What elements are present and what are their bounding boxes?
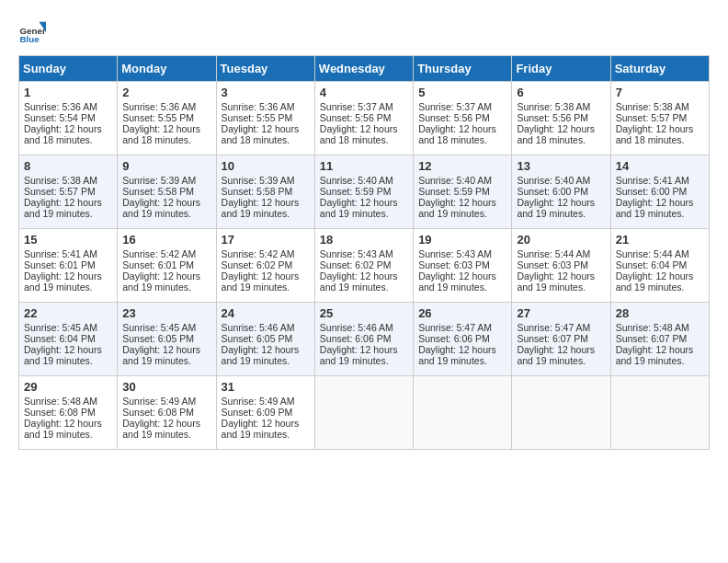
calendar-cell: 19 Sunrise: 5:43 AM Sunset: 6:03 PM Dayl… xyxy=(414,229,512,303)
daylight-label: Daylight: 12 hours and 19 minutes. xyxy=(616,270,694,293)
day-number: 23 xyxy=(122,306,210,320)
sunset-label: Sunset: 5:59 PM xyxy=(320,186,392,197)
sunset-label: Sunset: 6:07 PM xyxy=(517,333,588,344)
day-number: 1 xyxy=(24,86,112,99)
calendar-cell xyxy=(512,376,610,450)
calendar-cell: 21 Sunrise: 5:44 AM Sunset: 6:04 PM Dayl… xyxy=(610,229,709,303)
daylight-label: Daylight: 12 hours and 19 minutes. xyxy=(24,197,102,219)
sunrise-label: Sunrise: 5:36 AM xyxy=(24,101,97,112)
day-number: 15 xyxy=(24,233,112,247)
sunset-label: Sunset: 5:58 PM xyxy=(122,186,194,197)
sunrise-label: Sunrise: 5:46 AM xyxy=(320,322,393,333)
sunset-label: Sunset: 6:03 PM xyxy=(418,259,490,270)
sunset-label: Sunset: 6:05 PM xyxy=(122,333,194,344)
calendar-cell xyxy=(610,376,709,450)
calendar-cell: 14 Sunrise: 5:41 AM Sunset: 6:00 PM Dayl… xyxy=(610,155,709,229)
calendar-cell: 18 Sunrise: 5:43 AM Sunset: 6:02 PM Dayl… xyxy=(314,229,413,303)
calendar-cell: 6 Sunrise: 5:38 AM Sunset: 5:56 PM Dayli… xyxy=(512,82,610,155)
sunset-label: Sunset: 6:09 PM xyxy=(222,407,293,418)
day-number: 30 xyxy=(122,380,210,394)
daylight-label: Daylight: 12 hours and 19 minutes. xyxy=(517,270,595,293)
daylight-label: Daylight: 12 hours and 19 minutes. xyxy=(418,344,496,366)
sunset-label: Sunset: 6:05 PM xyxy=(222,333,293,344)
calendar-cell: 15 Sunrise: 5:41 AM Sunset: 6:01 PM Dayl… xyxy=(19,229,118,303)
sunset-label: Sunset: 5:56 PM xyxy=(320,112,392,123)
day-number: 6 xyxy=(517,86,605,99)
calendar-cell: 26 Sunrise: 5:47 AM Sunset: 6:06 PM Dayl… xyxy=(414,303,512,376)
sunrise-label: Sunrise: 5:43 AM xyxy=(418,248,492,259)
sunrise-label: Sunrise: 5:37 AM xyxy=(418,101,492,112)
day-number: 27 xyxy=(517,306,605,320)
sunrise-label: Sunrise: 5:40 AM xyxy=(320,175,393,186)
daylight-label: Daylight: 12 hours and 19 minutes. xyxy=(222,197,300,219)
sunset-label: Sunset: 6:02 PM xyxy=(222,259,293,270)
day-number: 21 xyxy=(616,233,704,247)
day-number: 3 xyxy=(222,86,310,99)
sunset-label: Sunset: 6:06 PM xyxy=(418,333,490,344)
daylight-label: Daylight: 12 hours and 19 minutes. xyxy=(24,270,102,293)
day-of-week-header: Sunday xyxy=(19,56,118,82)
daylight-label: Daylight: 12 hours and 19 minutes. xyxy=(418,197,496,219)
day-number: 22 xyxy=(24,306,112,320)
sunset-label: Sunset: 5:58 PM xyxy=(222,186,293,197)
daylight-label: Daylight: 12 hours and 19 minutes. xyxy=(222,344,300,366)
daylight-label: Daylight: 12 hours and 19 minutes. xyxy=(122,197,200,219)
day-number: 11 xyxy=(320,159,408,173)
daylight-label: Daylight: 12 hours and 18 minutes. xyxy=(320,123,398,145)
day-number: 5 xyxy=(418,86,506,99)
sunset-label: Sunset: 5:57 PM xyxy=(24,186,96,197)
daylight-label: Daylight: 12 hours and 18 minutes. xyxy=(418,123,496,145)
sunrise-label: Sunrise: 5:39 AM xyxy=(222,175,295,186)
calendar-cell: 4 Sunrise: 5:37 AM Sunset: 5:56 PM Dayli… xyxy=(314,82,413,155)
calendar-cell: 1 Sunrise: 5:36 AM Sunset: 5:54 PM Dayli… xyxy=(19,82,118,155)
sunrise-label: Sunrise: 5:45 AM xyxy=(24,322,97,333)
daylight-label: Daylight: 12 hours and 19 minutes. xyxy=(122,418,200,440)
sunrise-label: Sunrise: 5:48 AM xyxy=(24,396,97,407)
calendar-cell: 11 Sunrise: 5:40 AM Sunset: 5:59 PM Dayl… xyxy=(314,155,413,229)
calendar-table: SundayMondayTuesdayWednesdayThursdayFrid… xyxy=(18,55,710,450)
day-number: 20 xyxy=(517,233,605,247)
sunset-label: Sunset: 6:06 PM xyxy=(320,333,392,344)
sunrise-label: Sunrise: 5:42 AM xyxy=(222,248,295,259)
calendar-cell: 13 Sunrise: 5:40 AM Sunset: 6:00 PM Dayl… xyxy=(512,155,610,229)
sunrise-label: Sunrise: 5:49 AM xyxy=(122,396,196,407)
daylight-label: Daylight: 12 hours and 19 minutes. xyxy=(24,418,102,440)
sunrise-label: Sunrise: 5:42 AM xyxy=(122,248,196,259)
logo: General Blue xyxy=(18,18,46,46)
sunrise-label: Sunrise: 5:44 AM xyxy=(517,248,590,259)
day-number: 12 xyxy=(418,159,506,173)
sunrise-label: Sunrise: 5:49 AM xyxy=(222,396,295,407)
day-number: 24 xyxy=(222,306,310,320)
day-number: 13 xyxy=(517,159,605,173)
sunset-label: Sunset: 6:04 PM xyxy=(24,333,96,344)
sunrise-label: Sunrise: 5:47 AM xyxy=(418,322,492,333)
sunrise-label: Sunrise: 5:45 AM xyxy=(122,322,196,333)
daylight-label: Daylight: 12 hours and 19 minutes. xyxy=(222,418,300,440)
calendar-cell: 9 Sunrise: 5:39 AM Sunset: 5:58 PM Dayli… xyxy=(118,155,216,229)
sunset-label: Sunset: 6:08 PM xyxy=(24,407,96,418)
day-number: 17 xyxy=(222,233,310,247)
sunrise-label: Sunrise: 5:47 AM xyxy=(517,322,590,333)
sunset-label: Sunset: 6:00 PM xyxy=(616,186,688,197)
day-number: 2 xyxy=(122,86,210,99)
sunset-label: Sunset: 6:04 PM xyxy=(616,259,688,270)
calendar-cell: 20 Sunrise: 5:44 AM Sunset: 6:03 PM Dayl… xyxy=(512,229,610,303)
day-of-week-header: Saturday xyxy=(610,56,709,82)
day-of-week-header: Monday xyxy=(118,56,216,82)
calendar-cell: 7 Sunrise: 5:38 AM Sunset: 5:57 PM Dayli… xyxy=(610,82,709,155)
daylight-label: Daylight: 12 hours and 18 minutes. xyxy=(616,123,694,145)
daylight-label: Daylight: 12 hours and 19 minutes. xyxy=(616,197,694,219)
daylight-label: Daylight: 12 hours and 19 minutes. xyxy=(122,270,200,293)
daylight-label: Daylight: 12 hours and 19 minutes. xyxy=(122,344,200,366)
daylight-label: Daylight: 12 hours and 19 minutes. xyxy=(222,270,300,293)
calendar-cell: 29 Sunrise: 5:48 AM Sunset: 6:08 PM Dayl… xyxy=(19,376,118,450)
sunset-label: Sunset: 5:55 PM xyxy=(222,112,293,123)
daylight-label: Daylight: 12 hours and 19 minutes. xyxy=(24,344,102,366)
day-number: 8 xyxy=(24,159,112,173)
logo-icon: General Blue xyxy=(18,18,46,46)
calendar-cell: 23 Sunrise: 5:45 AM Sunset: 6:05 PM Dayl… xyxy=(118,303,216,376)
sunrise-label: Sunrise: 5:41 AM xyxy=(616,175,689,186)
sunrise-label: Sunrise: 5:48 AM xyxy=(616,322,689,333)
sunrise-label: Sunrise: 5:41 AM xyxy=(24,248,97,259)
calendar-cell: 8 Sunrise: 5:38 AM Sunset: 5:57 PM Dayli… xyxy=(19,155,118,229)
